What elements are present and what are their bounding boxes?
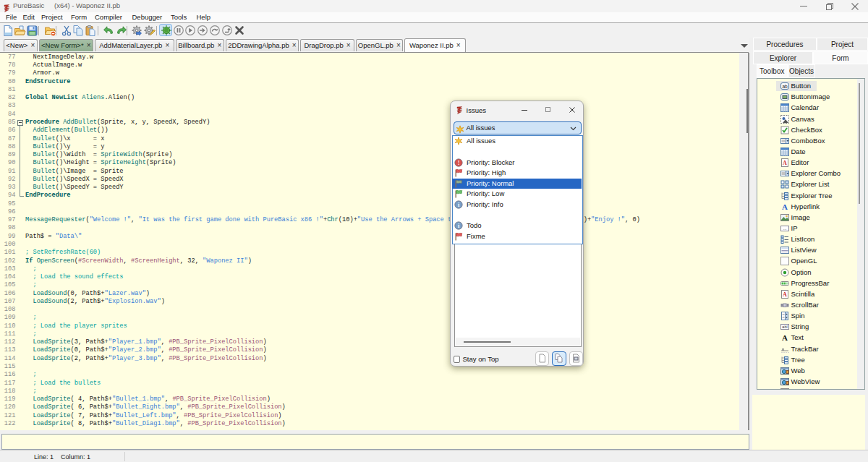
svg-text:A: A [782, 202, 788, 211]
svg-text:A: A [783, 160, 787, 166]
svg-text:A: A [782, 333, 788, 342]
svg-text:ab: ab [782, 84, 788, 89]
svg-text:!: ! [457, 159, 459, 166]
svg-text:abl: abl [782, 325, 787, 329]
svg-text:A: A [783, 291, 787, 297]
svg-text:...: ... [783, 226, 786, 231]
